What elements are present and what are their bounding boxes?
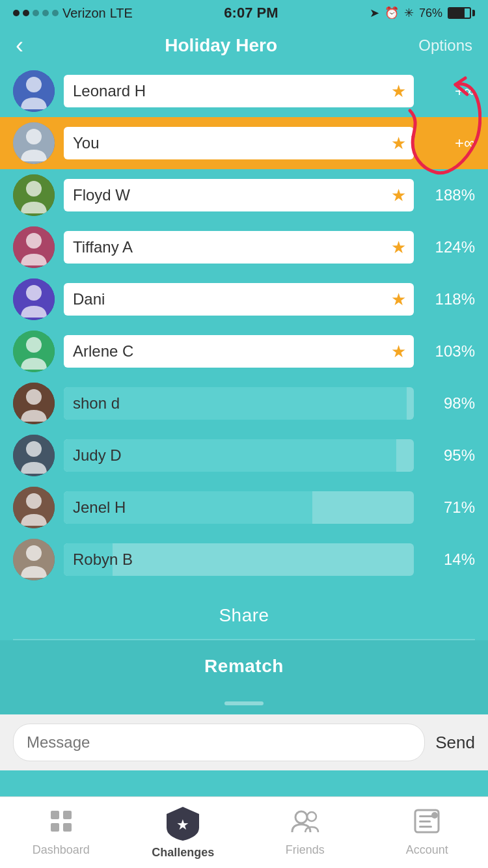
player-score: 98% (423, 394, 475, 413)
player-row: Robyn B14% (0, 534, 488, 586)
svg-point-31 (431, 812, 438, 819)
message-area: Send (0, 714, 488, 770)
handle-bar (224, 701, 264, 705)
dashboard-icon (49, 809, 74, 839)
back-button[interactable]: ‹ (16, 34, 23, 57)
player-score: 71% (423, 498, 475, 517)
name-bar-container: Arlene C★ (64, 335, 414, 368)
name-bar-container: Tiffany A★ (64, 231, 414, 264)
player-name: You (64, 134, 391, 152)
svg-rect-30 (419, 826, 432, 828)
svg-point-15 (26, 441, 42, 457)
star-icon: ★ (391, 237, 414, 258)
name-bar: Dani★ (64, 283, 414, 316)
svg-point-7 (26, 233, 42, 249)
svg-rect-20 (51, 811, 59, 819)
player-row: shon d98% (0, 377, 488, 429)
avatar (13, 70, 55, 112)
status-left: Verizon LTE (13, 6, 133, 21)
svg-point-1 (26, 77, 42, 92)
svg-point-9 (26, 285, 42, 301)
page-title: Holiday Hero (165, 35, 277, 56)
name-bar-progress: Robyn B (64, 543, 414, 576)
name-bar-progress: shon d (64, 387, 414, 420)
bluetooth-icon: ✳ (404, 6, 414, 20)
player-score: +∞ (423, 134, 475, 152)
network-label: LTE (110, 6, 133, 21)
scroll-handle (0, 692, 488, 714)
svg-point-5 (26, 181, 42, 197)
svg-point-26 (307, 812, 316, 821)
star-icon: ★ (391, 290, 414, 310)
player-row: Leonard H★+∞ (0, 65, 488, 117)
tab-friends[interactable]: Friends (244, 809, 366, 857)
share-section: Share (0, 592, 488, 639)
tab-account[interactable]: Account (366, 809, 489, 857)
player-name: Dani (64, 290, 391, 308)
name-bar: Arlene C★ (64, 335, 414, 368)
name-bar-container: shon d (64, 387, 414, 420)
tab-friends-label: Friends (286, 843, 325, 857)
status-bar: Verizon LTE 6:07 PM ➤ ⏰ ✳ 76% (0, 0, 488, 26)
share-button[interactable]: Share (219, 605, 269, 626)
carrier-label: Verizon (62, 6, 106, 21)
star-icon: ★ (391, 342, 414, 362)
options-button[interactable]: Options (418, 36, 472, 55)
friends-icon (291, 809, 319, 839)
svg-rect-21 (63, 811, 72, 819)
name-bar-container: You★ (64, 127, 414, 159)
rematch-button[interactable]: Rematch (204, 656, 284, 677)
player-name: Arlene C (64, 342, 391, 360)
status-time: 6:07 PM (224, 5, 278, 21)
svg-rect-22 (51, 823, 59, 832)
tab-bar: Dashboard ★ Challenges Friends (0, 796, 488, 868)
player-score: 118% (423, 290, 475, 308)
svg-point-3 (26, 129, 42, 144)
avatar (13, 383, 55, 424)
avatar (13, 487, 55, 528)
player-score: 14% (423, 550, 475, 569)
player-row: Arlene C★103% (0, 325, 488, 377)
player-row: Floyd W★188% (0, 169, 488, 221)
name-bar-container: Floyd W★ (64, 179, 414, 211)
status-right: ➤ ⏰ ✳ 76% (370, 6, 475, 20)
tab-dashboard[interactable]: Dashboard (0, 809, 122, 857)
svg-rect-23 (63, 823, 72, 832)
dot-4 (42, 10, 49, 16)
dot-3 (33, 10, 39, 16)
tab-dashboard-label: Dashboard (33, 843, 90, 857)
player-score: 103% (423, 342, 475, 360)
player-name: Jenel H (64, 491, 414, 524)
name-bar: Tiffany A★ (64, 231, 414, 264)
name-bar-container: Dani★ (64, 283, 414, 316)
svg-point-19 (26, 545, 42, 561)
svg-rect-29 (419, 821, 431, 822)
player-row: Tiffany A★124% (0, 221, 488, 273)
nav-bar: ‹ Holiday Hero Options (0, 26, 488, 65)
star-icon: ★ (391, 133, 414, 154)
player-name: Judy D (64, 439, 414, 472)
dot-5 (52, 10, 59, 16)
avatar (13, 435, 55, 476)
name-bar-progress: Jenel H (64, 491, 414, 524)
avatar (13, 174, 55, 216)
star-icon: ★ (391, 185, 414, 206)
player-name: Leonard H (64, 82, 391, 100)
challenges-shield-icon: ★ (165, 806, 200, 842)
player-name: Floyd W (64, 186, 391, 204)
player-name: Tiffany A (64, 238, 391, 256)
dot-2 (23, 10, 29, 16)
message-input[interactable] (13, 724, 425, 761)
name-bar: Floyd W★ (64, 179, 414, 211)
tab-challenges[interactable]: ★ Challenges (122, 806, 245, 860)
rematch-section: Rematch (0, 640, 488, 692)
avatar (13, 331, 55, 372)
svg-text:★: ★ (176, 817, 189, 833)
tab-challenges-label: Challenges (152, 846, 214, 860)
svg-point-13 (26, 389, 42, 405)
battery-indicator (448, 7, 475, 19)
svg-point-17 (26, 493, 42, 509)
avatar (13, 539, 55, 580)
location-icon: ➤ (370, 6, 379, 20)
send-button[interactable]: Send (435, 733, 475, 753)
